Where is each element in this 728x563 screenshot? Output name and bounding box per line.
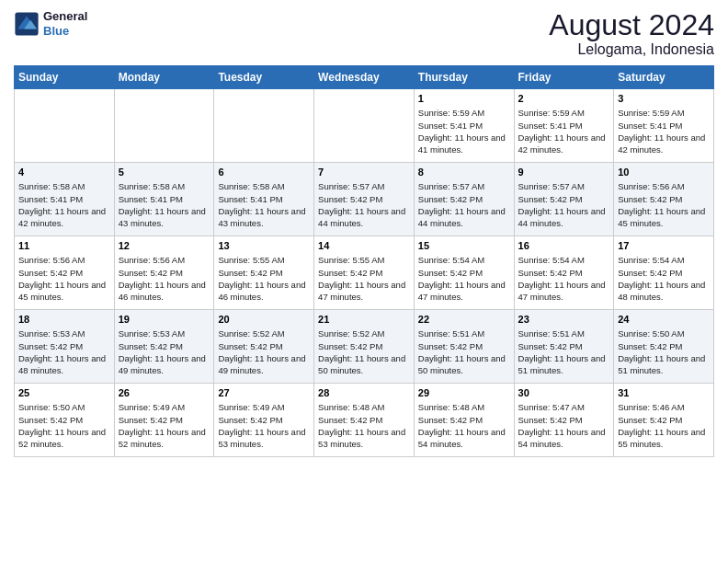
day-cell-2-1: 12Sunrise: 5:56 AM Sunset: 5:42 PM Dayli… [114,236,214,310]
day-detail: Sunrise: 5:57 AM Sunset: 5:42 PM Dayligh… [418,180,510,229]
day-cell-2-3: 14Sunrise: 5:55 AM Sunset: 5:42 PM Dayli… [314,236,415,310]
day-cell-3-1: 19Sunrise: 5:53 AM Sunset: 5:42 PM Dayli… [114,310,214,384]
calendar-header-row: Sunday Monday Tuesday Wednesday Thursday… [15,66,714,89]
day-number: 13 [218,239,310,252]
day-cell-4-2: 27Sunrise: 5:49 AM Sunset: 5:42 PM Dayli… [214,384,314,457]
day-detail: Sunrise: 5:55 AM Sunset: 5:42 PM Dayligh… [218,254,310,303]
day-number: 15 [418,239,510,252]
day-detail: Sunrise: 5:55 AM Sunset: 5:42 PM Dayligh… [318,254,410,303]
day-cell-4-3: 28Sunrise: 5:48 AM Sunset: 5:42 PM Dayli… [314,384,415,457]
page-container: General Blue August 2024 Lelogama, Indon… [0,0,728,563]
day-number: 21 [318,313,410,326]
day-cell-4-6: 31Sunrise: 5:46 AM Sunset: 5:42 PM Dayli… [614,384,714,457]
day-detail: Sunrise: 5:52 AM Sunset: 5:42 PM Dayligh… [218,327,310,376]
day-detail: Sunrise: 5:50 AM Sunset: 5:42 PM Dayligh… [618,327,710,376]
day-detail: Sunrise: 5:54 AM Sunset: 5:42 PM Dayligh… [418,254,510,303]
day-cell-3-6: 24Sunrise: 5:50 AM Sunset: 5:42 PM Dayli… [614,310,714,384]
day-cell-0-2 [214,89,314,163]
day-cell-3-2: 20Sunrise: 5:52 AM Sunset: 5:42 PM Dayli… [214,310,314,384]
week-row-4: 18Sunrise: 5:53 AM Sunset: 5:42 PM Dayli… [15,310,714,384]
subtitle: Lelogama, Indonesia [549,41,714,58]
day-number: 24 [618,313,710,326]
day-cell-0-3 [314,89,415,163]
day-detail: Sunrise: 5:54 AM Sunset: 5:42 PM Dayligh… [618,254,710,303]
week-row-2: 4Sunrise: 5:58 AM Sunset: 5:41 PM Daylig… [15,163,714,236]
main-title: August 2024 [549,9,714,41]
day-detail: Sunrise: 5:57 AM Sunset: 5:42 PM Dayligh… [318,180,410,229]
day-number: 16 [518,239,610,252]
day-number: 8 [418,166,510,178]
day-number: 19 [119,313,210,326]
day-cell-1-6: 10Sunrise: 5:56 AM Sunset: 5:42 PM Dayli… [614,163,714,236]
logo-text: General Blue [43,9,87,38]
day-number: 2 [518,92,610,105]
day-number: 26 [119,386,210,399]
day-number: 9 [518,166,610,178]
day-cell-0-6: 3Sunrise: 5:59 AM Sunset: 5:41 PM Daylig… [614,89,714,163]
title-block: August 2024 Lelogama, Indonesia [549,9,714,58]
day-number: 22 [418,313,510,326]
col-friday: Friday [514,66,614,89]
day-number: 3 [618,92,710,105]
day-detail: Sunrise: 5:51 AM Sunset: 5:42 PM Dayligh… [418,327,510,376]
day-cell-3-3: 21Sunrise: 5:52 AM Sunset: 5:42 PM Dayli… [314,310,415,384]
day-number: 12 [119,239,210,252]
col-tuesday: Tuesday [214,66,314,89]
day-number: 17 [618,239,710,252]
day-detail: Sunrise: 5:56 AM Sunset: 5:42 PM Dayligh… [18,254,110,303]
week-row-5: 25Sunrise: 5:50 AM Sunset: 5:42 PM Dayli… [15,384,714,457]
day-cell-3-0: 18Sunrise: 5:53 AM Sunset: 5:42 PM Dayli… [15,310,115,384]
day-detail: Sunrise: 5:57 AM Sunset: 5:42 PM Dayligh… [518,180,610,229]
day-cell-4-1: 26Sunrise: 5:49 AM Sunset: 5:42 PM Dayli… [114,384,214,457]
day-cell-1-4: 8Sunrise: 5:57 AM Sunset: 5:42 PM Daylig… [414,163,514,236]
day-detail: Sunrise: 5:48 AM Sunset: 5:42 PM Dayligh… [318,401,410,450]
day-number: 18 [18,313,110,326]
day-cell-4-4: 29Sunrise: 5:48 AM Sunset: 5:42 PM Dayli… [414,384,514,457]
day-detail: Sunrise: 5:59 AM Sunset: 5:41 PM Dayligh… [618,107,710,155]
day-number: 4 [18,166,110,178]
day-number: 11 [18,239,110,252]
week-row-3: 11Sunrise: 5:56 AM Sunset: 5:42 PM Dayli… [15,236,714,310]
col-wednesday: Wednesday [314,66,415,89]
day-detail: Sunrise: 5:58 AM Sunset: 5:41 PM Dayligh… [218,180,310,229]
day-detail: Sunrise: 5:46 AM Sunset: 5:42 PM Dayligh… [618,401,710,450]
day-number: 6 [218,166,310,178]
day-number: 28 [318,386,410,399]
day-detail: Sunrise: 5:58 AM Sunset: 5:41 PM Dayligh… [18,180,110,229]
col-sunday: Sunday [15,66,115,89]
logo-icon [14,11,40,37]
day-detail: Sunrise: 5:52 AM Sunset: 5:42 PM Dayligh… [318,327,410,376]
day-detail: Sunrise: 5:53 AM Sunset: 5:42 PM Dayligh… [119,327,210,376]
day-number: 20 [218,313,310,326]
day-cell-2-0: 11Sunrise: 5:56 AM Sunset: 5:42 PM Dayli… [15,236,115,310]
col-thursday: Thursday [414,66,514,89]
header: General Blue August 2024 Lelogama, Indon… [14,9,714,58]
day-detail: Sunrise: 5:49 AM Sunset: 5:42 PM Dayligh… [218,401,310,450]
day-cell-3-5: 23Sunrise: 5:51 AM Sunset: 5:42 PM Dayli… [514,310,614,384]
day-cell-1-0: 4Sunrise: 5:58 AM Sunset: 5:41 PM Daylig… [15,163,115,236]
day-detail: Sunrise: 5:56 AM Sunset: 5:42 PM Dayligh… [618,180,710,229]
day-detail: Sunrise: 5:48 AM Sunset: 5:42 PM Dayligh… [418,401,510,450]
day-detail: Sunrise: 5:54 AM Sunset: 5:42 PM Dayligh… [518,254,610,303]
day-number: 27 [218,386,310,399]
day-cell-1-2: 6Sunrise: 5:58 AM Sunset: 5:41 PM Daylig… [214,163,314,236]
day-cell-2-6: 17Sunrise: 5:54 AM Sunset: 5:42 PM Dayli… [614,236,714,310]
week-row-1: 1Sunrise: 5:59 AM Sunset: 5:41 PM Daylig… [15,89,714,163]
day-number: 14 [318,239,410,252]
calendar-table: Sunday Monday Tuesday Wednesday Thursday… [14,65,714,457]
day-cell-1-3: 7Sunrise: 5:57 AM Sunset: 5:42 PM Daylig… [314,163,415,236]
day-detail: Sunrise: 5:59 AM Sunset: 5:41 PM Dayligh… [518,107,610,155]
day-detail: Sunrise: 5:50 AM Sunset: 5:42 PM Dayligh… [18,401,110,450]
day-cell-2-2: 13Sunrise: 5:55 AM Sunset: 5:42 PM Dayli… [214,236,314,310]
day-number: 25 [18,386,110,399]
day-cell-1-5: 9Sunrise: 5:57 AM Sunset: 5:42 PM Daylig… [514,163,614,236]
day-number: 31 [618,386,710,399]
day-cell-2-4: 15Sunrise: 5:54 AM Sunset: 5:42 PM Dayli… [414,236,514,310]
day-detail: Sunrise: 5:53 AM Sunset: 5:42 PM Dayligh… [18,327,110,376]
day-cell-0-0 [15,89,115,163]
day-detail: Sunrise: 5:58 AM Sunset: 5:41 PM Dayligh… [119,180,210,229]
day-detail: Sunrise: 5:51 AM Sunset: 5:42 PM Dayligh… [518,327,610,376]
day-cell-0-1 [114,89,214,163]
day-cell-1-1: 5Sunrise: 5:58 AM Sunset: 5:41 PM Daylig… [114,163,214,236]
day-number: 30 [518,386,610,399]
